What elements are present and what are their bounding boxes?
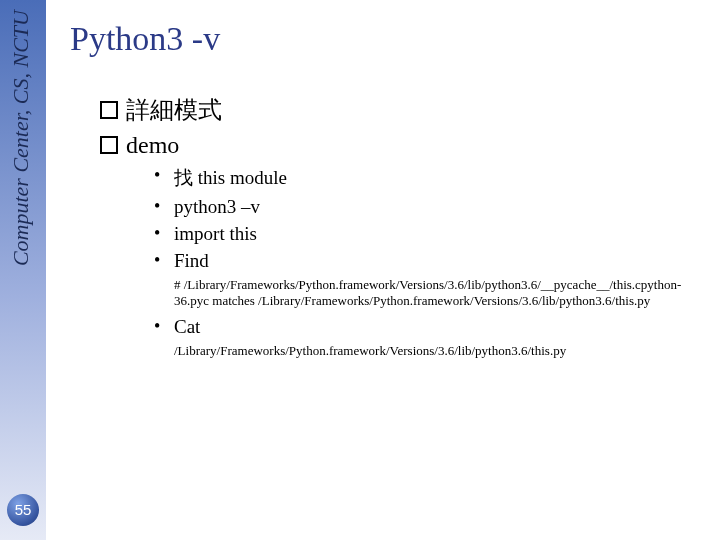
sub-bullet-item: import this: [154, 223, 710, 245]
sub-bullet-list: 找 this module python3 –v import this Fin…: [154, 165, 710, 272]
sub-bullet-item: 找 this module: [154, 165, 710, 191]
sub-bullet-item: python3 –v: [154, 196, 710, 218]
sub-bullet-item: Find: [154, 250, 710, 272]
checkbox-bullet-icon: [100, 101, 118, 119]
outline-text: demo: [126, 132, 179, 158]
slide-title: Python3 -v: [70, 20, 710, 58]
checkbox-bullet-icon: [100, 136, 118, 154]
content-area: Python3 -v 詳細模式 demo 找 this module pytho…: [70, 0, 710, 359]
sub-bullet-item: Cat: [154, 316, 710, 338]
cat-note: /Library/Frameworks/Python.framework/Ver…: [174, 343, 710, 359]
sidebar: Computer Center, CS, NCTU 55: [0, 0, 46, 540]
find-note: # /Library/Frameworks/Python.framework/V…: [174, 277, 710, 310]
page-number-badge: 55: [7, 494, 39, 526]
outline-item: 詳細模式: [100, 94, 710, 126]
sidebar-label: Computer Center, CS, NCTU: [8, 10, 34, 266]
outline-text: 詳細模式: [126, 97, 222, 123]
sub-bullet-list: Cat: [154, 316, 710, 338]
outline-item: demo: [100, 132, 710, 159]
slide: Computer Center, CS, NCTU 55 Python3 -v …: [0, 0, 720, 540]
